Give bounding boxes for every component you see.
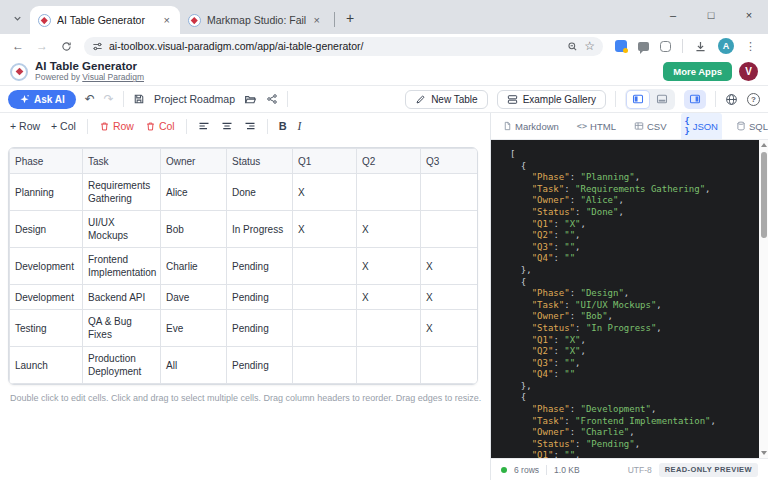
browser-profile-avatar[interactable]: A (718, 38, 734, 54)
table-cell[interactable] (293, 347, 357, 384)
table-cell[interactable]: Development (10, 248, 83, 285)
table-cell[interactable]: Dave (161, 285, 227, 310)
window-close-button[interactable]: × (730, 0, 768, 30)
extensions-icon[interactable] (660, 41, 671, 52)
table-cell[interactable]: Bob (161, 211, 227, 248)
table-cell[interactable] (293, 248, 357, 285)
column-header[interactable]: Task (83, 149, 161, 174)
table-cell[interactable]: X (421, 248, 479, 285)
align-center-button[interactable] (221, 120, 233, 132)
table-cell[interactable]: Charlie (161, 248, 227, 285)
column-header[interactable]: Q1 (293, 149, 357, 174)
tab-close-icon[interactable]: × (312, 14, 322, 26)
window-maximize-button[interactable]: □ (692, 0, 730, 30)
reload-button[interactable] (56, 41, 76, 52)
tab-csv[interactable]: CSV (630, 118, 671, 135)
table-cell[interactable]: Pending (227, 248, 293, 285)
undo-button[interactable]: ↶ (85, 92, 95, 106)
bold-button[interactable]: B (279, 120, 287, 132)
site-settings-icon[interactable] (92, 41, 103, 52)
table-cell[interactable]: X (421, 310, 479, 347)
align-right-button[interactable] (244, 120, 256, 132)
tab-json[interactable]: { } JSON (681, 113, 722, 139)
table-cell[interactable]: X (357, 211, 421, 248)
open-button[interactable] (244, 93, 257, 106)
window-minimize-button[interactable]: – (654, 0, 692, 30)
browser-menu-icon[interactable]: ⋮ (745, 40, 756, 53)
table-cell[interactable]: Production Deployment (83, 347, 161, 384)
tab-markdown[interactable]: Markdown (499, 118, 563, 135)
table-cell[interactable]: Backend API (83, 285, 161, 310)
bookmark-star-icon[interactable]: ☆ (584, 39, 595, 53)
table-cell[interactable]: X (293, 211, 357, 248)
table-cell[interactable] (421, 211, 479, 248)
ask-ai-button[interactable]: Ask AI (8, 90, 76, 109)
table-cell[interactable]: Planning (10, 174, 83, 211)
language-button[interactable] (725, 93, 738, 106)
add-row-button[interactable]: + Row (10, 120, 40, 132)
table-cell[interactable]: QA & Bug Fixes (83, 310, 161, 347)
visual-paradigm-link[interactable]: Visual Paradigm (82, 72, 144, 82)
column-header[interactable]: Owner (161, 149, 227, 174)
column-header[interactable]: Q2 (357, 149, 421, 174)
table-cell[interactable]: Alice (161, 174, 227, 211)
scroll-up-icon[interactable] (759, 140, 768, 150)
comment-extension-icon[interactable] (638, 42, 649, 51)
table-cell[interactable]: Pending (227, 347, 293, 384)
scroll-down-icon[interactable] (759, 448, 768, 458)
italic-button[interactable]: I (298, 120, 302, 132)
downloads-icon[interactable] (694, 40, 707, 53)
tab-close-icon[interactable]: × (162, 14, 172, 26)
scrollbar[interactable] (759, 140, 768, 458)
column-header[interactable]: Status (227, 149, 293, 174)
code-editor[interactable]: [ { "Phase": "Planning", "Task": "Requir… (491, 140, 768, 458)
table-cell[interactable]: Testing (10, 310, 83, 347)
redo-button[interactable]: ↷ (104, 92, 114, 106)
align-left-button[interactable] (198, 120, 210, 132)
table-cell[interactable]: Eve (161, 310, 227, 347)
table-cell[interactable] (357, 310, 421, 347)
table-cell[interactable]: X (357, 285, 421, 310)
table-cell[interactable]: Frontend Implementation (83, 248, 161, 285)
table-cell[interactable] (293, 285, 357, 310)
table-cell[interactable]: X (293, 174, 357, 211)
address-bar[interactable]: ai-toolbox.visual-paradigm.com/app/ai-ta… (84, 37, 603, 56)
new-tab-button[interactable]: + (339, 7, 361, 29)
delete-row-button[interactable]: Row (99, 120, 134, 132)
table-cell[interactable]: X (421, 285, 479, 310)
delete-col-button[interactable]: Col (145, 120, 175, 132)
table-cell[interactable] (293, 310, 357, 347)
new-table-button[interactable]: New Table (405, 90, 488, 109)
forward-button[interactable]: → (32, 39, 52, 53)
back-button[interactable]: ← (8, 39, 28, 53)
horizontal-split-toggle[interactable] (651, 91, 673, 108)
table-cell[interactable] (357, 174, 421, 211)
table-cell[interactable] (357, 347, 421, 384)
scrollbar-thumb[interactable] (761, 152, 767, 238)
tab-sql[interactable]: SQL (732, 118, 768, 135)
table-cell[interactable]: Requirements Gathering (83, 174, 161, 211)
save-button[interactable] (133, 93, 145, 105)
browser-tab-markmap-studio[interactable]: Markmap Studio: Failed to ope × (180, 6, 330, 34)
user-avatar[interactable]: V (739, 62, 758, 81)
column-header[interactable]: Phase (10, 149, 83, 174)
add-col-button[interactable]: + Col (51, 120, 76, 132)
table-cell[interactable]: Pending (227, 285, 293, 310)
column-header[interactable]: Q3 (421, 149, 479, 174)
split-view-toggle[interactable] (627, 91, 649, 108)
table-cell[interactable]: Done (227, 174, 293, 211)
side-panel-toggle[interactable] (684, 90, 706, 109)
table-cell[interactable] (421, 174, 479, 211)
example-gallery-button[interactable]: Example Gallery (497, 90, 606, 109)
more-apps-button[interactable]: More Apps (663, 62, 732, 81)
zoom-icon[interactable] (567, 41, 578, 52)
table-cell[interactable]: Launch (10, 347, 83, 384)
table-cell[interactable]: All (161, 347, 227, 384)
table-cell[interactable]: Development (10, 285, 83, 310)
table-cell[interactable]: Design (10, 211, 83, 248)
table-cell[interactable]: X (357, 248, 421, 285)
table-cell[interactable]: UI/UX Mockups (83, 211, 161, 248)
table-cell[interactable]: Pending (227, 310, 293, 347)
url-text[interactable]: ai-toolbox.visual-paradigm.com/app/ai-ta… (109, 40, 561, 52)
table-cell[interactable] (421, 347, 479, 384)
